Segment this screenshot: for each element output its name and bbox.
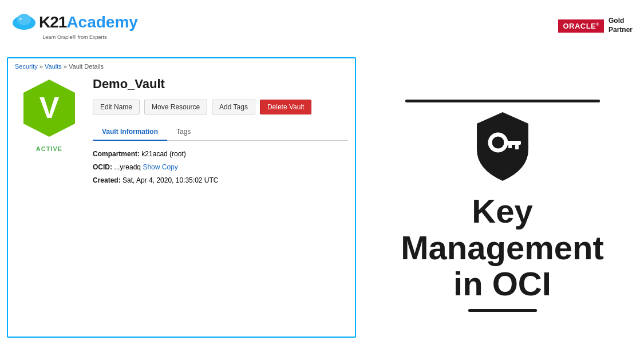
shield-key-icon xyxy=(468,109,537,186)
compartment-row: Compartment: k21acad (root) xyxy=(93,148,348,161)
left-panel: Security » Vaults » Vault Details V xyxy=(0,52,361,360)
vault-details: Demo_Vault Edit Name Move Resource Add T… xyxy=(93,77,348,187)
vault-hexagon: V xyxy=(18,77,81,140)
logo-tagline: Learn Oracle® from Experts xyxy=(42,34,106,40)
compartment-label: Compartment: xyxy=(93,150,140,158)
svg-text:V: V xyxy=(39,91,60,124)
oracle-badge: ORACLE® GoldPartner xyxy=(558,17,633,34)
header: K21 Academy Learn Oracle® from Experts O… xyxy=(0,0,644,52)
tab-tags[interactable]: Tags xyxy=(167,124,200,140)
oracle-label: ORACLE® xyxy=(558,19,604,33)
logo-text: K21 Academy xyxy=(39,13,138,31)
move-resource-button[interactable]: Move Resource xyxy=(144,100,207,114)
edit-name-button[interactable]: Edit Name xyxy=(93,100,140,114)
key-management-title: Key Management in OCI xyxy=(401,193,604,302)
svg-point-3 xyxy=(17,14,31,25)
add-tags-button[interactable]: Add Tags xyxy=(212,100,255,114)
ocid-row: OCID: ...yreadq Show Copy xyxy=(93,161,348,174)
vault-icon-area: V ACTIVE xyxy=(15,77,84,187)
oci-screenshot: Security » Vaults » Vault Details V xyxy=(7,57,356,338)
delete-vault-button[interactable]: Delete Vault xyxy=(260,100,311,114)
vault-name: Demo_Vault xyxy=(93,77,348,92)
breadcrumb: Security » Vaults » Vault Details xyxy=(8,58,355,72)
oci-body: V ACTIVE Demo_Vault Edit Name Move Resou… xyxy=(8,72,355,191)
vault-status-badge: ACTIVE xyxy=(36,145,62,152)
breadcrumb-security[interactable]: Security xyxy=(15,63,38,70)
svg-rect-10 xyxy=(508,145,512,148)
svg-rect-8 xyxy=(504,141,521,145)
svg-point-4 xyxy=(19,18,22,20)
vault-info: Compartment: k21acad (root) OCID: ...yre… xyxy=(93,148,348,187)
cloud-icon xyxy=(11,11,37,33)
logo-academy: Academy xyxy=(66,13,138,31)
tab-vault-information[interactable]: Vault Information xyxy=(93,124,167,141)
breadcrumb-vaults[interactable]: Vaults xyxy=(45,63,62,70)
svg-rect-9 xyxy=(515,145,519,149)
ocid-copy-link[interactable]: Copy xyxy=(162,163,178,171)
logo-k21: K21 xyxy=(39,13,66,31)
ocid-label: OCID: xyxy=(93,163,112,171)
created-row: Created: Sat, Apr 4, 2020, 10:35:02 UTC xyxy=(93,174,348,187)
created-label: Created: xyxy=(93,176,121,184)
vault-actions: Edit Name Move Resource Add Tags Delete … xyxy=(93,100,348,114)
breadcrumb-detail: Vault Details xyxy=(69,63,104,70)
logo-area: K21 Academy Learn Oracle® from Experts xyxy=(11,11,138,40)
main-content: Security » Vaults » Vault Details V xyxy=(0,52,644,360)
logo-top: K21 Academy xyxy=(11,11,138,33)
right-panel: Key Management in OCI xyxy=(361,52,644,360)
bottom-divider xyxy=(468,309,537,312)
top-divider xyxy=(405,100,600,102)
gold-partner-text: GoldPartner xyxy=(609,17,633,34)
breadcrumb-sep1: » xyxy=(39,63,45,70)
ocid-show-link[interactable]: Show xyxy=(143,163,160,171)
breadcrumb-sep2: » xyxy=(64,63,69,70)
vault-tabs: Vault Information Tags xyxy=(93,124,348,141)
